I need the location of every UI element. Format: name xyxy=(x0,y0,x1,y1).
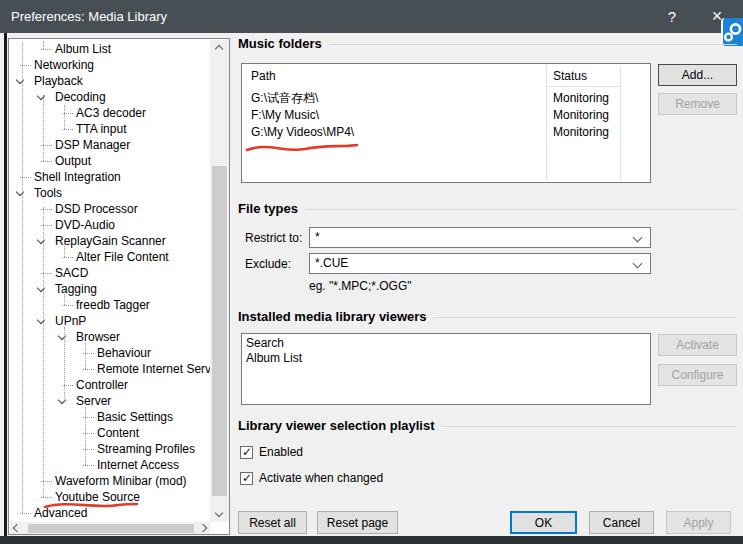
activate-when-changed-checkbox-row[interactable]: Activate when changed xyxy=(240,471,383,485)
horizontal-scrollbar-thumb[interactable] xyxy=(28,524,194,533)
tree-item[interactable]: Waveform Minibar (mod) xyxy=(9,473,211,489)
chevron-down-icon[interactable] xyxy=(633,259,643,269)
tree-item-label[interactable]: DSP Manager xyxy=(9,137,130,153)
folder-path-cell[interactable]: G:\试音存档\ xyxy=(251,90,318,106)
tree-guide xyxy=(85,343,86,369)
tree-item-label[interactable]: DVD-Audio xyxy=(9,217,115,233)
tree-item-label[interactable]: Alter File Content xyxy=(9,249,169,265)
tree-item-label[interactable]: Remote Internet Servers xyxy=(9,361,211,377)
column-separator xyxy=(620,66,621,180)
tree-guide xyxy=(43,41,44,49)
tree-item-label[interactable]: Waveform Minibar (mod) xyxy=(9,473,187,489)
scroll-up-icon[interactable] xyxy=(215,45,223,53)
help-button[interactable]: ? xyxy=(655,0,689,33)
tree-item[interactable]: Decoding xyxy=(9,89,211,105)
tree-item-label[interactable]: ReplayGain Scanner xyxy=(9,233,166,249)
tree-vertical-scrollbar[interactable] xyxy=(210,40,229,522)
cancel-button[interactable]: Cancel xyxy=(589,511,654,534)
title-bar: Preferences: Media Library xyxy=(0,0,743,33)
tree-item[interactable]: Content xyxy=(9,425,211,441)
activate-button[interactable]: Activate xyxy=(658,334,737,356)
tree-item-label[interactable]: Content xyxy=(9,425,139,441)
add-button[interactable]: Add... xyxy=(658,64,737,86)
viewer-item[interactable]: Search xyxy=(246,336,646,351)
tree-item[interactable]: TTA input xyxy=(9,121,211,137)
tree-list: Album ListNetworkingPlaybackDecodingAC3 … xyxy=(9,41,211,521)
chevron-down-icon[interactable] xyxy=(633,233,643,243)
tree-item[interactable]: SACD xyxy=(9,265,211,281)
tree-item[interactable]: Server xyxy=(9,393,211,409)
column-header-status[interactable]: Status xyxy=(553,69,587,83)
apply-button[interactable]: Apply xyxy=(666,511,731,534)
tree-item[interactable]: Basic Settings xyxy=(9,409,211,425)
tree-guide xyxy=(43,95,44,161)
tree-item[interactable]: UPnP xyxy=(9,313,211,329)
tree-item[interactable]: DSP Manager xyxy=(9,137,211,153)
remove-button[interactable]: Remove xyxy=(658,93,737,115)
tree-item[interactable]: Tools xyxy=(9,185,211,201)
tree-item[interactable]: Internet Access xyxy=(9,457,211,473)
tree-item[interactable]: Shell Integration xyxy=(9,169,211,185)
section-title: Installed media library viewers xyxy=(238,309,427,324)
enabled-checkbox[interactable] xyxy=(240,446,253,459)
tree-item-label[interactable]: DSD Processor xyxy=(9,201,138,217)
tree-guide xyxy=(64,291,65,305)
tree-item-label[interactable]: freedb Tagger xyxy=(9,297,150,313)
tree-horizontal-scrollbar[interactable] xyxy=(10,522,210,535)
folder-row[interactable]: F:\My Music\Monitoring xyxy=(242,107,650,123)
tree-item[interactable]: Tagging xyxy=(9,281,211,297)
ok-button[interactable]: OK xyxy=(510,511,577,534)
tree-item[interactable]: DSD Processor xyxy=(9,201,211,217)
tree-item[interactable]: DVD-Audio xyxy=(9,217,211,233)
folder-path-cell[interactable]: F:\My Music\ xyxy=(251,107,319,123)
tree-item-label[interactable]: Youtube Source xyxy=(9,489,140,505)
viewer-item[interactable]: Album List xyxy=(246,351,646,366)
tree-item-label[interactable]: AC3 decoder xyxy=(9,105,146,121)
scroll-right-icon[interactable] xyxy=(199,524,207,532)
scroll-left-icon[interactable] xyxy=(13,524,21,532)
tree-item-label[interactable]: Internet Access xyxy=(9,457,179,473)
scroll-down-icon[interactable] xyxy=(215,509,223,517)
tree-item[interactable]: Behaviour xyxy=(9,345,211,361)
restrict-to-combobox[interactable]: * xyxy=(309,227,651,248)
exclude-combobox[interactable]: *.CUE xyxy=(309,253,651,274)
tree-item[interactable]: Streaming Profiles xyxy=(9,441,211,457)
column-header-path[interactable]: Path xyxy=(251,69,276,83)
section-title: Music folders xyxy=(238,36,322,51)
tree-item[interactable]: Browser xyxy=(9,329,211,345)
tree-item[interactable]: AC3 decoder xyxy=(9,105,211,121)
enabled-checkbox-row[interactable]: Enabled xyxy=(240,445,303,459)
vertical-scrollbar-thumb[interactable] xyxy=(212,166,227,496)
tree-item[interactable]: Playback xyxy=(9,73,211,89)
tree-item-label[interactable]: Album List xyxy=(9,41,111,57)
tree-item[interactable]: Advanced xyxy=(9,505,211,521)
tree-item[interactable]: freedb Tagger xyxy=(9,297,211,313)
reset-all-button[interactable]: Reset all xyxy=(238,511,307,534)
exclude-label: Exclude: xyxy=(245,257,291,271)
tree-item-label[interactable]: UPnP xyxy=(9,313,86,329)
tree-guide xyxy=(22,43,23,513)
viewers-list[interactable]: SearchAlbum List xyxy=(241,333,651,405)
tree-item[interactable]: Output xyxy=(9,153,211,169)
reset-page-button[interactable]: Reset page xyxy=(317,511,398,534)
tree-item[interactable]: Alter File Content xyxy=(9,249,211,265)
file-types-header: File types xyxy=(238,201,737,216)
exclude-hint: eg. "*.MPC;*.OGG" xyxy=(309,279,412,293)
music-folders-list[interactable]: Path Status G:\试音存档\MonitoringF:\My Musi… xyxy=(241,63,651,183)
tree-leaf-connector xyxy=(20,513,31,514)
tree-item-label[interactable]: Behaviour xyxy=(9,345,151,361)
configure-button[interactable]: Configure xyxy=(658,364,737,386)
folder-path-cell[interactable]: G:\My Videos\MP4\ xyxy=(251,124,354,140)
folder-row[interactable]: G:\试音存档\Monitoring xyxy=(242,90,650,106)
tree-item-label[interactable]: Streaming Profiles xyxy=(9,441,195,457)
tree-item[interactable]: Remote Internet Servers xyxy=(9,361,211,377)
tree-item[interactable]: Networking xyxy=(9,57,211,73)
tree-item[interactable]: Youtube Source xyxy=(9,489,211,505)
folder-status-cell: Monitoring xyxy=(553,107,609,123)
tree-item[interactable]: ReplayGain Scanner xyxy=(9,233,211,249)
folder-row[interactable]: G:\My Videos\MP4\Monitoring xyxy=(242,124,650,140)
activate-when-changed-checkbox[interactable] xyxy=(240,472,253,485)
tree-item-label[interactable]: Decoding xyxy=(9,89,106,105)
tree-item[interactable]: Album List xyxy=(9,41,211,57)
tree-item[interactable]: Controller xyxy=(9,377,211,393)
